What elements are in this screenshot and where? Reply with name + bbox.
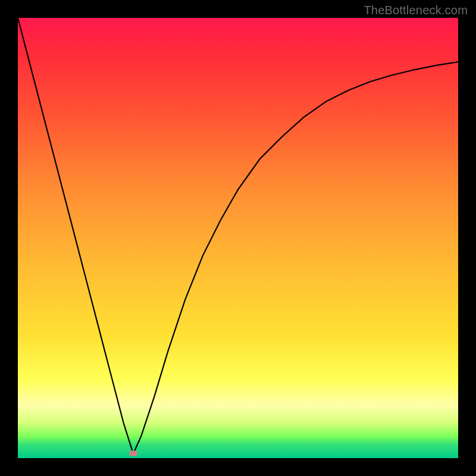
chart-frame: TheBottleneck.com <box>0 0 476 476</box>
watermark-text: TheBottleneck.com <box>364 4 468 17</box>
optimal-point-marker <box>129 450 137 456</box>
bottleneck-curve <box>18 18 458 458</box>
plot-area <box>18 18 458 458</box>
curve-path <box>18 18 458 454</box>
